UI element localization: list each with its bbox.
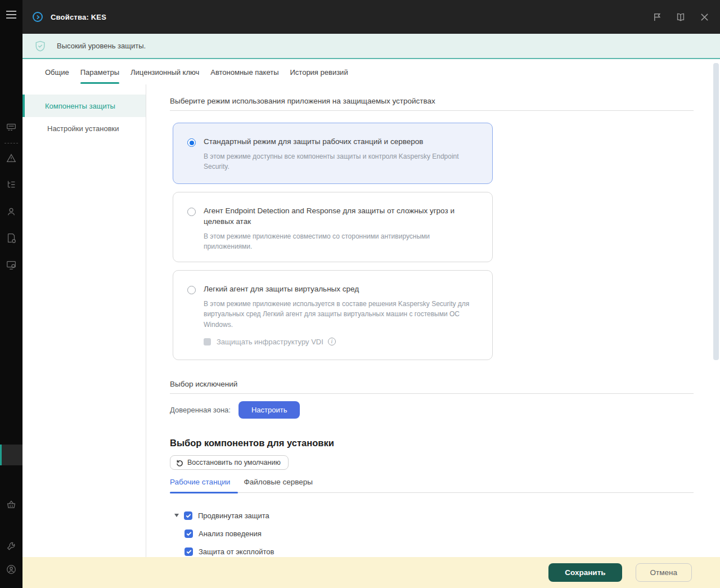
save-button[interactable]: Сохранить (548, 563, 622, 582)
tab-revision-history[interactable]: История ревизий (290, 60, 348, 84)
tab-standalone-packages[interactable]: Автономные пакеты (210, 60, 278, 84)
protection-level-banner: Высокий уровень защиты. (22, 34, 720, 59)
vdi-checkbox-row: Защищать инфраструктуру VDI i (204, 338, 481, 346)
header-actions (651, 11, 720, 23)
tab-bar: Общие Параметры Лицензионный ключ Автоно… (22, 60, 720, 84)
check-icon (186, 531, 192, 536)
radio-standard-mode[interactable] (187, 138, 196, 147)
monitoring-icon[interactable] (0, 257, 22, 273)
mode-option-description: В этом режиме приложение используется в … (204, 299, 472, 330)
subtab-file-servers[interactable]: Файловые серверы (244, 478, 326, 492)
vertical-scrollbar[interactable] (713, 63, 719, 360)
window-title: Свойства: KES (51, 13, 106, 21)
cancel-button[interactable]: Отмена (636, 563, 692, 582)
policies-icon[interactable] (0, 230, 22, 246)
shield-check-icon (35, 41, 46, 52)
window-header: Свойства: KES (22, 0, 720, 34)
mode-option-title: Легкий агент для защиты виртуальных сред (204, 284, 466, 295)
licenses-icon[interactable] (0, 119, 22, 135)
nav-item-protection-components[interactable]: Компоненты защиты (22, 95, 146, 117)
mode-option-description: В этом режиме доступны все компоненты за… (204, 151, 461, 172)
warning-triangle-icon[interactable] (0, 150, 22, 166)
kes-properties-window: Свойства: KES Высокий уровень защиты. Об… (0, 0, 720, 588)
tree-label: Защита от эксплойтов (199, 547, 274, 556)
trusted-zone-label: Доверенная зона: (170, 406, 231, 414)
restore-icon (176, 459, 183, 466)
mode-option-title: Стандартный режим для защиты рабочих ста… (204, 137, 466, 147)
marketplace-basket-icon[interactable] (0, 497, 22, 513)
component-tree: Продвинутая защита Анализ поведения Защи… (170, 506, 720, 557)
tree-label: Продвинутая защита (198, 511, 269, 520)
expand-triangle-icon[interactable] (174, 514, 179, 517)
mode-option-edr-agent[interactable]: Агент Endpoint Detection and Response дл… (173, 192, 493, 262)
configure-button[interactable]: Настроить (238, 401, 300, 419)
mode-option-title: Агент Endpoint Detection and Response дл… (204, 206, 466, 227)
settings-nav: Компоненты защиты Настройки установки (22, 84, 146, 557)
radio-edr-mode[interactable] (187, 208, 196, 216)
mode-option-description: В этом режиме приложение совместимо со с… (204, 231, 461, 252)
vdi-checkbox-label: Защищать инфраструктуру VDI (217, 338, 323, 346)
check-icon (186, 549, 192, 554)
feedback-flag-icon[interactable] (651, 11, 663, 23)
divider (170, 110, 694, 111)
component-subtabs: Рабочие станции Файловые серверы (170, 478, 694, 493)
info-icon[interactable]: i (328, 338, 336, 345)
main-area: Компоненты защиты Настройки установки Вы… (22, 84, 720, 557)
divider (170, 393, 694, 394)
subtab-workstations[interactable]: Рабочие станции (170, 478, 244, 492)
exclusions-heading: Выбор исключений (170, 380, 720, 388)
nav-item-installation-settings[interactable]: Настройки установки (22, 117, 146, 140)
vdi-checkbox (204, 338, 211, 345)
help-book-icon[interactable] (675, 11, 686, 23)
users-icon[interactable] (0, 204, 22, 219)
checkbox-exploit-prevention[interactable] (184, 547, 193, 556)
checkbox-behavior-analysis[interactable] (184, 529, 193, 538)
action-footer: Сохранить Отмена (22, 557, 720, 588)
kaspersky-logo-icon (33, 12, 43, 22)
mode-option-standard[interactable]: Стандартный режим для защиты рабочих ста… (173, 123, 493, 184)
tree-row-exploit-prevention: Защита от эксплойтов (170, 542, 720, 557)
banner-text: Высокий уровень защиты. (57, 42, 146, 50)
tab-parameters[interactable]: Параметры (80, 60, 119, 84)
tab-license-key[interactable]: Лицензионный ключ (130, 60, 199, 84)
mode-section-heading: Выберите режим использования приложения … (170, 97, 720, 105)
account-icon[interactable] (0, 562, 22, 577)
hamburger-menu-icon[interactable] (0, 7, 22, 23)
restore-defaults-button[interactable]: Восстановить по умолчанию (170, 455, 289, 470)
restore-defaults-label: Восстановить по умолчанию (187, 459, 281, 466)
check-icon (186, 513, 191, 518)
app-rail (0, 0, 22, 588)
hierarchy-icon[interactable] (0, 177, 22, 192)
trusted-zone-row: Доверенная зона: Настроить (170, 401, 720, 419)
rail-divider (4, 143, 18, 143)
radio-light-agent-mode[interactable] (187, 286, 196, 294)
tree-row-advanced-protection: Продвинутая защита (170, 506, 720, 524)
tree-row-behavior-analysis: Анализ поведения (170, 524, 720, 542)
mode-option-light-agent[interactable]: Легкий агент для защиты виртуальных сред… (173, 270, 493, 360)
components-heading: Выбор компонентов для установки (170, 438, 720, 448)
console-settings-wrench-icon[interactable] (0, 539, 22, 555)
rail-active-item[interactable] (0, 445, 22, 465)
checkbox-advanced-protection[interactable] (184, 511, 192, 520)
settings-content: Выберите режим использования приложения … (146, 84, 720, 557)
close-icon[interactable] (699, 11, 710, 23)
tree-label: Анализ поведения (199, 529, 262, 538)
tab-general[interactable]: Общие (45, 60, 69, 84)
